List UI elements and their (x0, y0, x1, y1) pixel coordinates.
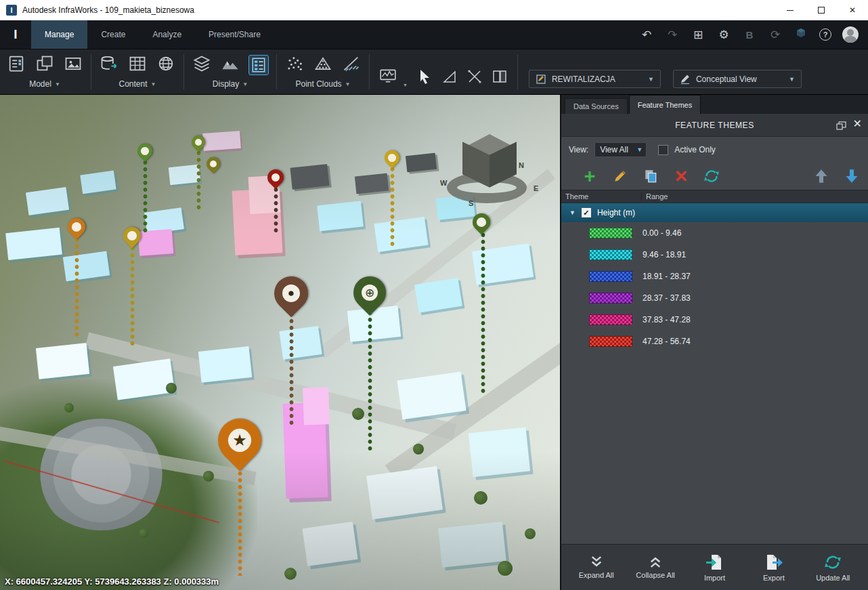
building-block (355, 173, 389, 194)
tab-present-share[interactable]: Present/Share (195, 20, 274, 49)
range-row[interactable]: 0.00 - 9.46 (561, 222, 868, 244)
update-all-button[interactable]: Update All (809, 553, 856, 582)
map-pin[interactable]: ● (267, 270, 316, 318)
close-button[interactable]: ✕ (837, 0, 868, 20)
range-swatch (589, 314, 632, 325)
data-source-icon[interactable] (100, 54, 118, 76)
building-block (202, 131, 241, 151)
range-label: 9.46 - 18.91 (643, 250, 686, 259)
import-icon (706, 553, 723, 571)
expand-all-button[interactable]: Expand All (573, 555, 620, 579)
height-theme-checkbox[interactable]: ✓ (582, 208, 591, 217)
map-pin[interactable] (64, 215, 89, 240)
view-style-select[interactable]: Conceptual View ▼ (673, 70, 802, 88)
move-down-icon[interactable] (844, 168, 860, 184)
model-properties-icon[interactable] (7, 54, 26, 76)
map-pin[interactable]: ★ (209, 410, 271, 471)
tab-manage[interactable]: Manage (31, 20, 87, 49)
tree (284, 568, 297, 580)
duplicate-theme-icon[interactable] (643, 168, 659, 184)
map-pin[interactable] (204, 154, 223, 173)
view-cube[interactable]: N E S W (439, 130, 554, 225)
point-cloud-icon[interactable] (285, 54, 304, 76)
model-group-label[interactable]: Model▼ (29, 79, 60, 89)
range-row[interactable]: 47.28 - 56.74 (561, 331, 868, 352)
tab-analyze[interactable]: Analyze (139, 20, 195, 49)
tab-create[interactable]: Create (87, 20, 139, 49)
app-window: I Autodesk InfraWorks - 109_makieta_bizn… (0, 0, 868, 590)
package-icon[interactable] (794, 27, 808, 43)
redo-icon[interactable]: ↷ (665, 28, 680, 42)
split-view-icon[interactable] (492, 68, 508, 87)
content-group-label[interactable]: Content▼ (119, 79, 156, 89)
chevron-down-icon: ▼ (648, 76, 654, 83)
building-block (303, 387, 330, 425)
point-clouds-group-label[interactable]: Point Clouds▼ (296, 79, 351, 89)
range-row[interactable]: 9.46 - 18.91 (561, 244, 868, 266)
marker-trail (196, 150, 201, 211)
view-filter-row: View: View All ▼ Active Only (561, 137, 868, 163)
undo-icon[interactable]: ↶ (639, 28, 654, 42)
toolbar-divider (517, 54, 518, 89)
add-theme-icon[interactable]: + (582, 168, 598, 184)
point-cloud-slope-icon[interactable] (342, 54, 361, 76)
select-cursor-icon[interactable] (416, 68, 433, 87)
layout-grid-icon[interactable]: ⊞ (691, 28, 706, 42)
bim360-icon[interactable]: B (742, 29, 757, 41)
terrain-themes-icon[interactable] (221, 54, 240, 76)
camera-pin-icon: ● (274, 276, 308, 310)
slope-triangle-icon[interactable] (441, 68, 458, 87)
ribbon-tab-bar: I Manage Create Analyze Present/Share ↶ … (0, 20, 868, 49)
content-table-icon[interactable] (128, 54, 147, 76)
export-button[interactable]: Export (750, 553, 798, 582)
settings-gear-icon[interactable]: ⚙ (716, 28, 731, 42)
minimize-button[interactable] (775, 0, 806, 20)
range-row[interactable]: 37.83 - 47.28 (561, 309, 868, 331)
range-label: 37.83 - 47.28 (643, 315, 691, 324)
tab-data-sources[interactable]: Data Sources (565, 98, 628, 114)
panel-body: View: View All ▼ Active Only + ✕ (561, 137, 868, 544)
display-group-label[interactable]: Display▼ (213, 79, 248, 89)
building-block (302, 522, 357, 566)
delete-theme-icon[interactable]: ✕ (673, 168, 689, 184)
panel-empty-space (561, 352, 868, 544)
proposal-select[interactable]: REWITALIZACJA ▼ (529, 70, 661, 88)
float-panel-icon[interactable] (836, 121, 846, 133)
content-group: Content▼ (93, 49, 182, 94)
measure-icon[interactable] (466, 68, 483, 87)
feature-themes-icon[interactable] (249, 56, 268, 75)
range-row[interactable]: 18.91 - 28.37 (561, 266, 868, 287)
point-cloud-terrain-icon[interactable] (313, 54, 332, 76)
collapse-all-button[interactable]: Collapse All (632, 555, 679, 579)
sync-icon[interactable]: ⟳ (768, 28, 783, 42)
model-viewport[interactable]: ● ⊕ ★ N E S W X: 6600457.324205 Y: 57396… (0, 95, 560, 590)
height-theme-label: Height (m) (597, 208, 635, 217)
view-select-value: View All (600, 145, 628, 154)
height-theme-row[interactable]: ▼ ✓ Height (m) (561, 203, 868, 222)
import-button[interactable]: Import (691, 553, 738, 582)
help-icon[interactable]: ? (819, 28, 831, 41)
model-image-icon[interactable] (64, 54, 83, 76)
edit-theme-icon[interactable] (612, 168, 628, 184)
building-block (317, 201, 364, 232)
view-select[interactable]: View All ▼ (594, 142, 647, 157)
expander-icon[interactable]: ▼ (569, 209, 576, 216)
model-copies-icon[interactable] (35, 54, 54, 76)
active-only-checkbox[interactable] (658, 145, 668, 155)
user-avatar[interactable] (842, 26, 859, 43)
building-block (290, 164, 329, 190)
map-pin[interactable] (134, 140, 155, 161)
move-up-icon[interactable] (813, 168, 829, 184)
refresh-theme-icon[interactable] (703, 168, 720, 184)
chevron-down-icon: ▼ (403, 83, 408, 87)
maximize-button[interactable] (806, 0, 837, 20)
layers-icon[interactable] (192, 54, 211, 76)
range-row[interactable]: 28.37 - 37.83 (561, 287, 868, 309)
map-pin[interactable]: ⊕ (347, 270, 393, 316)
close-panel-icon[interactable]: ✕ (853, 119, 862, 129)
geolocation-globe-icon[interactable] (156, 54, 175, 76)
map-pin[interactable] (381, 147, 402, 168)
surface-opacity-icon[interactable] (379, 67, 397, 87)
compass-pin-icon: ⊕ (353, 276, 386, 309)
tab-feature-themes[interactable]: Feature Themes (629, 95, 701, 114)
